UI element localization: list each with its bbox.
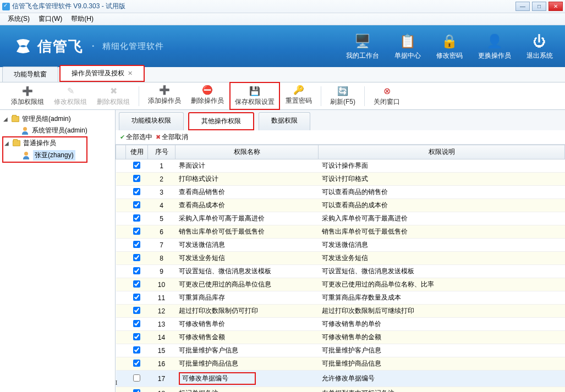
tree-admin-group[interactable]: ◢ 管理员组(admin) xyxy=(2,113,113,125)
use-checkbox[interactable] xyxy=(133,280,140,288)
table-row[interactable]: 17可修改单据编号允许修改单据编号 xyxy=(116,371,565,387)
table-row[interactable]: 6销售出库单价可低于最低售价销售出库单价可低于最低售价 xyxy=(116,225,565,239)
table-row[interactable]: 14可修改销售金额可修改销售单的金额 xyxy=(116,331,565,344)
use-checkbox[interactable] xyxy=(133,320,140,327)
action-switch-user[interactable]: 👤 更换操作员 xyxy=(478,32,511,60)
num-cell: 2 xyxy=(148,173,175,186)
tab-nav[interactable]: 功能导航窗 xyxy=(2,67,58,82)
row-marker xyxy=(116,387,126,393)
num-cell: 18 xyxy=(148,387,175,393)
action-exit[interactable]: ⏻ 退出系统 xyxy=(526,32,553,60)
table-row[interactable]: 3查看商品销售价可以查看商品的销售价 xyxy=(116,186,565,199)
use-checkbox[interactable] xyxy=(133,241,140,248)
use-checkbox[interactable] xyxy=(133,374,140,382)
permissions-table: 使用 序号 权限名称 权限说明 1界面设计可设计操作界面2打印格式设计可设计打印… xyxy=(116,145,565,392)
use-checkbox[interactable] xyxy=(133,214,140,222)
num-cell: 16 xyxy=(148,357,175,371)
table-row[interactable]: 4查看商品成本价可以查看商品的成本价 xyxy=(116,199,565,212)
use-checkbox[interactable] xyxy=(133,188,140,195)
col-num[interactable]: 序号 xyxy=(148,145,175,159)
table-row[interactable]: 13可修改销售单价可修改销售单的单价 xyxy=(116,318,565,331)
col-desc[interactable]: 权限说明 xyxy=(319,145,565,159)
btn-close-window[interactable]: ⊗ 关闭窗口 xyxy=(369,83,404,109)
btn-edit-group[interactable]: ✎ 修改权限组 xyxy=(50,83,91,109)
use-cell xyxy=(126,265,148,278)
num-cell: 10 xyxy=(148,278,175,291)
table-row[interactable]: 15可批量维护客户信息可批量维护客户信息 xyxy=(116,344,565,357)
row-marker xyxy=(116,331,126,344)
collapse-icon[interactable]: ◢ xyxy=(3,140,10,146)
collapse-icon[interactable]: ◢ xyxy=(2,116,9,122)
use-checkbox[interactable] xyxy=(133,346,140,354)
use-checkbox[interactable] xyxy=(133,228,140,235)
col-name[interactable]: 权限名称 xyxy=(175,145,319,159)
desc-cell: 可更改已使用过的商品单位名称、比率 xyxy=(319,278,565,291)
menu-system[interactable]: 系统(S) xyxy=(3,13,34,25)
action-change-password[interactable]: 🔒 修改密码 xyxy=(436,32,463,60)
select-all-button[interactable]: ✔ 全部选中 xyxy=(120,132,152,142)
table-row[interactable]: 5采购入库单价可高于最高进价采购入库单价可高于最高进价 xyxy=(116,212,565,225)
lock-icon: 🔒 xyxy=(441,32,458,50)
use-checkbox[interactable] xyxy=(133,175,140,182)
col-use[interactable]: 使用 xyxy=(126,145,148,159)
num-cell: 15 xyxy=(148,344,175,357)
permissions-table-wrap[interactable]: 使用 序号 权限名称 权限说明 1界面设计可设计操作界面2打印格式设计可设计打印… xyxy=(116,145,565,392)
use-checkbox[interactable] xyxy=(133,162,140,169)
table-row[interactable]: 9可设置短信、微信消息发送模板可设置短信、微信消息发送模板 xyxy=(116,265,565,278)
use-checkbox[interactable] xyxy=(133,267,140,274)
maximize-button[interactable]: □ xyxy=(532,2,546,11)
btn-delete-group[interactable]: ✖ 删除权限组 xyxy=(92,83,134,109)
close-tab-icon[interactable]: ✕ xyxy=(128,70,133,77)
close-button[interactable]: ✕ xyxy=(548,2,563,11)
cancel-icon: ✖ xyxy=(156,134,161,141)
use-checkbox[interactable] xyxy=(133,360,140,367)
name-cell: 标记单据备注 xyxy=(175,387,319,393)
tree-normal-operators[interactable]: ◢ 普通操作员 xyxy=(3,137,75,149)
btn-refresh[interactable]: 🔄 刷新(F5) xyxy=(326,83,360,109)
tree-sys-admin[interactable]: 系统管理员(admin) xyxy=(12,125,113,136)
btn-add-group[interactable]: ➕ 添加权限组 xyxy=(7,83,48,109)
table-row[interactable]: 16可批量维护商品信息可批量维护商品信息 xyxy=(116,357,565,371)
table-row[interactable]: 2打印格式设计可设计打印格式 xyxy=(116,173,565,186)
tree-user-zhangy[interactable]: 张亚(zhangy) xyxy=(13,149,75,162)
menu-help[interactable]: 帮助(H) xyxy=(67,13,98,25)
desc-cell: 在单据列表中可标记备注 xyxy=(319,387,565,393)
name-cell: 可更改已使用过的商品单位信息 xyxy=(175,278,319,291)
btn-delete-operator[interactable]: ⛔ 删除操作员 xyxy=(186,82,228,110)
table-row[interactable]: 7可发送微信消息可发送微信消息 xyxy=(116,239,565,252)
table-row[interactable]: 1界面设计可设计操作界面 xyxy=(116,159,565,173)
tab-other-permissions[interactable]: 其他操作权限 xyxy=(188,112,254,130)
btn-add-operator[interactable]: ➕ 添加操作员 xyxy=(144,82,185,110)
use-cell xyxy=(126,159,148,173)
num-cell: 6 xyxy=(148,225,175,239)
minimize-button[interactable]: — xyxy=(515,2,530,11)
use-cell xyxy=(126,291,148,305)
use-checkbox[interactable] xyxy=(133,294,140,301)
use-checkbox[interactable] xyxy=(133,307,140,314)
use-checkbox[interactable] xyxy=(133,389,140,393)
row-marker xyxy=(116,278,126,291)
action-workbench[interactable]: 🖥️ 我的工作台 xyxy=(346,32,379,60)
use-cell xyxy=(126,225,148,239)
tab-operators[interactable]: 操作员管理及授权 ✕ xyxy=(59,65,145,82)
plus-icon: ➕ xyxy=(159,84,170,95)
action-doc-center[interactable]: 📋 单据中心 xyxy=(394,32,421,60)
table-row[interactable]: 18标记单据备注在单据列表中可标记备注 xyxy=(116,387,565,393)
btn-reset-password[interactable]: 🔑 重置密码 xyxy=(281,82,316,110)
cancel-all-button[interactable]: ✖ 全部取消 xyxy=(156,132,188,142)
desc-cell: 销售出库单价可低于最低售价 xyxy=(319,225,565,239)
table-row[interactable]: 11可重算商品库存可重算商品库存数量及成本 xyxy=(116,291,565,305)
menu-window[interactable]: 窗口(W) xyxy=(34,13,67,25)
name-cell: 可发送业务短信 xyxy=(175,252,319,265)
use-cell xyxy=(126,186,148,199)
tree-pane: ◢ 管理员组(admin) 系统管理员(admin) ◢ 普通操作员 张亚(zh xyxy=(0,110,116,392)
tab-data-permissions[interactable]: 数据权限 xyxy=(259,112,310,130)
tab-module-permissions[interactable]: 功能模块权限 xyxy=(119,112,184,130)
use-checkbox[interactable] xyxy=(133,333,140,340)
table-row[interactable]: 8可发送业务短信可发送业务短信 xyxy=(116,252,565,265)
btn-save-permissions[interactable]: 💾 保存权限设置 xyxy=(229,82,280,110)
table-row[interactable]: 10可更改已使用过的商品单位信息可更改已使用过的商品单位名称、比率 xyxy=(116,278,565,291)
use-checkbox[interactable] xyxy=(133,201,140,208)
table-row[interactable]: 12超过打印次数限制仍可打印超过打印次数限制后可继续打印 xyxy=(116,305,565,318)
use-checkbox[interactable] xyxy=(133,254,140,261)
